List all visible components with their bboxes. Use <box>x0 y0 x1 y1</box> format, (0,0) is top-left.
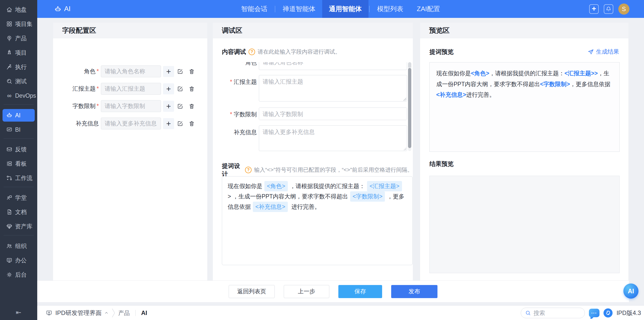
nav-tab-smart-chat[interactable]: 智能会话 <box>234 0 274 18</box>
magnifier-icon <box>6 78 13 85</box>
result-preview-title: 结果预览 <box>429 160 454 168</box>
sidebar-item-feedback[interactable]: 反馈 <box>3 143 35 156</box>
chat-messages-icon[interactable]: ··· <box>589 309 599 317</box>
sidebar-item-program[interactable]: 项目集 <box>3 18 35 30</box>
chevron-up-icon <box>104 311 109 315</box>
help-icon[interactable]: ? <box>249 49 255 55</box>
add-button[interactable]: + <box>589 4 599 14</box>
section-hint: 请在此处输入字段内容进行调试。 <box>258 48 341 56</box>
save-button[interactable]: 保存 <box>338 285 382 298</box>
nav-tab-zai-config[interactable]: ZAI配置 <box>410 0 447 18</box>
sidebar-item-territory[interactable]: 地盘 <box>3 3 35 16</box>
search-input[interactable] <box>534 310 574 316</box>
add-field-button[interactable]: + <box>163 118 174 129</box>
add-field-button[interactable]: + <box>163 101 174 112</box>
nav-tab-general-agent[interactable]: 通用智能体 <box>322 0 369 18</box>
workspace-switcher[interactable]: IPD研发管理界面 <box>55 309 109 317</box>
sidebar-divider <box>4 104 34 105</box>
sidebar-item-organization[interactable]: 组织 <box>3 240 35 252</box>
help-icon[interactable]: ? <box>245 167 252 173</box>
breadcrumb-product[interactable]: 产品 <box>118 309 130 317</box>
delete-field-button[interactable] <box>186 83 197 94</box>
teach-icon <box>6 194 13 201</box>
field-name-input[interactable] <box>101 100 161 112</box>
sidebar-item-label: 办公 <box>15 257 27 264</box>
kanban-icon <box>6 160 13 167</box>
notifications-button[interactable] <box>604 4 613 14</box>
edit-field-button[interactable] <box>175 118 186 129</box>
sidebar-item-admin[interactable]: 后台 <box>3 268 35 281</box>
breadcrumb-ai[interactable]: AI <box>141 309 147 316</box>
field-row: 汇报主题* + <box>53 83 207 95</box>
field-name-input[interactable] <box>101 65 161 77</box>
sidebar-item-assets[interactable]: 资产库 <box>3 220 35 233</box>
delete-field-button[interactable] <box>186 101 197 112</box>
field-token[interactable]: <字数限制> <box>350 191 385 202</box>
edit-field-button[interactable] <box>175 66 186 77</box>
field-name-input[interactable] <box>101 83 161 95</box>
word-limit-textarea[interactable] <box>259 108 407 120</box>
role-textarea[interactable] <box>259 62 407 70</box>
field-token[interactable]: <角色> <box>264 181 288 191</box>
scrollbar-thumb[interactable] <box>408 68 411 148</box>
report-topic-textarea[interactable] <box>259 75 407 101</box>
sidebar-collapse-button[interactable]: ⇤ <box>0 309 37 316</box>
search-box[interactable] <box>521 308 585 318</box>
back-to-list-button[interactable]: 返回列表页 <box>229 285 275 298</box>
edit-field-button[interactable] <box>175 101 186 112</box>
resize-handle[interactable] <box>403 98 406 101</box>
sidebar-item-office[interactable]: OA 办公 <box>3 254 35 267</box>
delete-field-button[interactable] <box>186 118 197 129</box>
add-field-button[interactable]: + <box>163 83 174 94</box>
preview-text: ，请根据我提供的汇报主题： <box>489 70 565 77</box>
panel-title: 字段配置区 <box>62 26 96 35</box>
preview-text: 进行完善。 <box>466 91 495 98</box>
field-label: 汇报主题* <box>53 85 101 93</box>
extra-info-textarea[interactable] <box>259 125 407 151</box>
field-name-input[interactable] <box>101 118 161 129</box>
edit-icon <box>177 120 183 127</box>
sidebar-item-school[interactable]: 学堂 <box>3 191 35 204</box>
ai-assistant-float-button[interactable]: AI <box>623 283 638 299</box>
mail-icon <box>6 146 13 153</box>
bottom-bar-right: ··· IPD版4.3 <box>521 306 641 320</box>
nav-tab-zentao-agent[interactable]: 禅道智能体 <box>276 0 322 18</box>
sidebar-item-execution[interactable]: 执行 <box>3 61 35 73</box>
sidebar-item-devops[interactable]: ∞ DevOps <box>3 89 35 102</box>
sidebar-item-label: BI <box>15 126 21 133</box>
sidebar-item-label: 产品 <box>15 34 27 42</box>
resize-handle[interactable] <box>403 147 406 150</box>
sidebar-item-bi[interactable]: BI <box>3 123 35 136</box>
previous-step-button[interactable]: 上一步 <box>284 285 329 298</box>
sidebar-item-kanban[interactable]: 看板 <box>3 157 35 170</box>
sidebar-item-label: 项目集 <box>15 20 32 28</box>
field-token[interactable]: <汇报主题> <box>367 181 402 191</box>
bottom-bar-left: IPD研发管理界面 产品 AI <box>46 306 147 320</box>
scrollbar-track[interactable] <box>408 62 411 151</box>
prompt-preview-title: 提词预览 <box>429 48 454 56</box>
prompt-design-editor[interactable]: 现在假如你是<角色>，请根据我提供的汇报主题：<汇报主题> > ，生成一份PPT… <box>222 176 413 265</box>
scrollbar-cap <box>408 62 411 67</box>
field-token[interactable]: <补充信息> <box>253 202 288 212</box>
prompt-text: 现在假如你是 <box>228 183 262 189</box>
preview-token: <角色> <box>471 70 489 77</box>
sidebar-item-label: 测试 <box>15 78 27 85</box>
edit-field-button[interactable] <box>175 83 186 94</box>
robot-icon <box>6 112 13 119</box>
publish-button[interactable]: 发布 <box>391 285 437 298</box>
sidebar-item-label: 地盘 <box>15 6 27 14</box>
sidebar-item-project[interactable]: 项目 <box>3 46 35 59</box>
generate-result-button[interactable]: 生成结果 <box>587 48 619 56</box>
sidebar-item-workflow[interactable]: 工作流 <box>3 172 35 184</box>
user-avatar[interactable]: S <box>618 4 629 15</box>
sidebar-item-testing[interactable]: 测试 <box>3 75 35 88</box>
main-content: 字段配置区 角色* + 汇报主题* + 字数限制* + <box>37 18 644 305</box>
nav-tab-model-list[interactable]: 模型列表 <box>370 0 410 18</box>
sidebar-item-product[interactable]: 产品 <box>3 32 35 45</box>
sidebar-item-ai[interactable]: AI <box>3 109 35 122</box>
add-field-button[interactable]: + <box>163 66 174 77</box>
sidebar-item-docs[interactable]: 文档 <box>3 206 35 218</box>
trash-icon <box>188 120 195 127</box>
delete-field-button[interactable] <box>186 66 197 77</box>
debug-field-label: *字数限制 <box>222 108 257 118</box>
